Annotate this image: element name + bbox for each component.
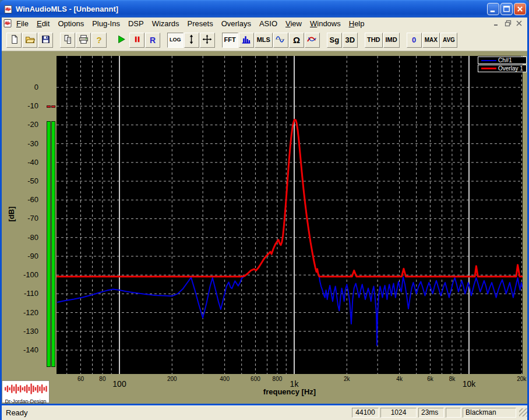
y-tick--110: -110	[3, 289, 38, 298]
x-axis-title: frequency [Hz]	[57, 387, 523, 396]
record-button[interactable]: R	[145, 33, 160, 48]
menu-item-view[interactable]: View	[281, 19, 306, 29]
status-panel-sample-rate: 44100	[352, 408, 379, 418]
client-area: 0-10-20-30-40-50-60-70-80-90-100-110-120…	[2, 51, 527, 404]
thd-label: THD	[367, 37, 380, 43]
spectrum-bars-button[interactable]	[239, 33, 254, 48]
overlay-curves-button[interactable]	[305, 33, 320, 48]
mdi-close-icon[interactable]	[514, 19, 524, 27]
mls-mode-button[interactable]: MLS	[255, 33, 273, 48]
window-controls	[486, 3, 526, 15]
print-button[interactable]	[76, 33, 91, 48]
average-label: AVG	[443, 37, 455, 43]
zoom-vertical-button[interactable]	[184, 33, 199, 48]
y-tick--20: -20	[3, 120, 38, 129]
menu-item-options[interactable]: Options	[54, 19, 88, 29]
maximize-button-icon[interactable]	[500, 3, 513, 15]
legend-item-overlay1: Overlay 1	[478, 65, 527, 72]
document-icon[interactable]	[3, 19, 12, 28]
status-panel-fft-window: Blackman	[463, 408, 516, 418]
legend-line-icon	[481, 60, 496, 61]
mdi-minimize-icon[interactable]	[492, 19, 502, 27]
imd-label: IMD	[386, 37, 397, 43]
y-tick-0: 0	[3, 83, 38, 91]
menu-item-asio[interactable]: ASIO	[255, 19, 281, 29]
menu-item-plug-ins[interactable]: Plug-Ins	[88, 19, 124, 29]
level-meter-bar-1	[47, 121, 51, 367]
thd-button[interactable]: THD	[365, 33, 383, 48]
menu-item-help[interactable]: Help	[345, 19, 369, 29]
fft-mode-button[interactable]: FFT	[222, 33, 238, 48]
plot-legend: Ch#1Overlay 1	[478, 57, 527, 73]
pause-icon	[132, 34, 142, 46]
x-tick-20k: 20k	[504, 376, 527, 382]
reset-zero-button[interactable]: 0	[407, 33, 422, 48]
x-tick-4k: 4k	[382, 376, 417, 382]
print-icon	[79, 34, 89, 46]
save-file-button[interactable]	[38, 33, 53, 48]
resize-grip[interactable]	[519, 408, 527, 417]
menu-item-edit[interactable]: Edit	[33, 19, 54, 29]
max-hold-button[interactable]: MAX	[422, 33, 440, 48]
open-folder-icon	[25, 34, 35, 46]
pan-move-button[interactable]	[200, 33, 215, 48]
mls-mode-label: MLS	[257, 37, 270, 43]
arrow-vertical-icon	[186, 34, 196, 46]
impedance-label: Ω	[293, 36, 300, 44]
reset-zero-label: 0	[412, 36, 416, 44]
signal-generator-wave-button[interactable]	[273, 33, 288, 48]
three-d-button[interactable]: 3D	[343, 33, 358, 48]
status-panel-extra	[446, 408, 461, 418]
new-file-button[interactable]	[6, 33, 22, 48]
toolbar: ?RLOGFFTMLSΩSg3DTHDIMD0MAXAVG	[2, 29, 527, 51]
menu-bar: FileEditOptionsPlug-InsDSPWizardsPresets…	[2, 17, 527, 29]
spectrum-plot[interactable]	[57, 56, 523, 374]
menu-item-wizards[interactable]: Wizards	[148, 19, 184, 29]
average-button[interactable]: AVG	[440, 33, 457, 48]
imd-button[interactable]: IMD	[383, 33, 400, 48]
open-file-button[interactable]	[22, 33, 37, 48]
y-tick--140: -140	[3, 345, 38, 354]
y-tick--50: -50	[3, 177, 38, 185]
y-tick--120: -120	[3, 308, 38, 317]
pause-button[interactable]	[129, 33, 144, 48]
status-panel-latency: 23ms	[418, 408, 444, 418]
plot-canvas	[57, 56, 523, 374]
copy-button[interactable]	[60, 33, 75, 48]
menu-item-dsp[interactable]: DSP	[124, 19, 148, 29]
menu-item-windows[interactable]: Windows	[306, 19, 345, 29]
y-tick--40: -40	[3, 158, 38, 167]
status-bar: Ready 44100102423msBlackman	[2, 405, 527, 420]
menu-item-file[interactable]: File	[12, 19, 33, 29]
level-meters	[47, 51, 57, 404]
legend-line-icon	[481, 68, 496, 69]
window-content: FileEditOptionsPlug-InsDSPWizardsPresets…	[2, 17, 527, 404]
sine-wave-icon	[276, 34, 285, 46]
peak-hold-marker-1	[47, 105, 51, 108]
bar-chart-icon	[241, 34, 251, 46]
y-tick--30: -30	[3, 139, 38, 148]
help-button[interactable]: ?	[91, 33, 107, 48]
title-bar[interactable]: WinAudioMLS - [Unbenannt]	[0, 0, 529, 17]
mdi-restore-icon[interactable]	[503, 19, 513, 27]
logo-text: Dr-Jordan-Design	[2, 399, 49, 404]
status-panel-fft-size: 1024	[380, 408, 417, 418]
impedance-button[interactable]: Ω	[289, 33, 304, 48]
y-tick--10: -10	[3, 101, 38, 110]
minimize-button-icon[interactable]	[487, 3, 499, 15]
record-label: R	[150, 36, 156, 44]
logo-waveform-icon	[3, 381, 48, 397]
menu-item-overlays[interactable]: Overlays	[217, 19, 255, 29]
legend-item-ch1: Ch#1	[478, 57, 527, 64]
menu-items: FileEditOptionsPlug-InsDSPWizardsPresets…	[12, 19, 368, 29]
signal-generator-button[interactable]: Sg	[327, 33, 342, 48]
three-d-label: 3D	[345, 36, 355, 44]
menu-item-presets[interactable]: Presets	[184, 19, 217, 29]
play-icon	[117, 34, 126, 46]
log-scale-button[interactable]: LOG	[167, 33, 184, 48]
play-button[interactable]	[114, 33, 129, 48]
x-tick-400: 400	[207, 376, 242, 382]
window-title: WinAudioMLS - [Unbenannt]	[16, 5, 486, 13]
y-tick--100: -100	[3, 270, 38, 279]
close-button-icon[interactable]	[514, 3, 526, 15]
